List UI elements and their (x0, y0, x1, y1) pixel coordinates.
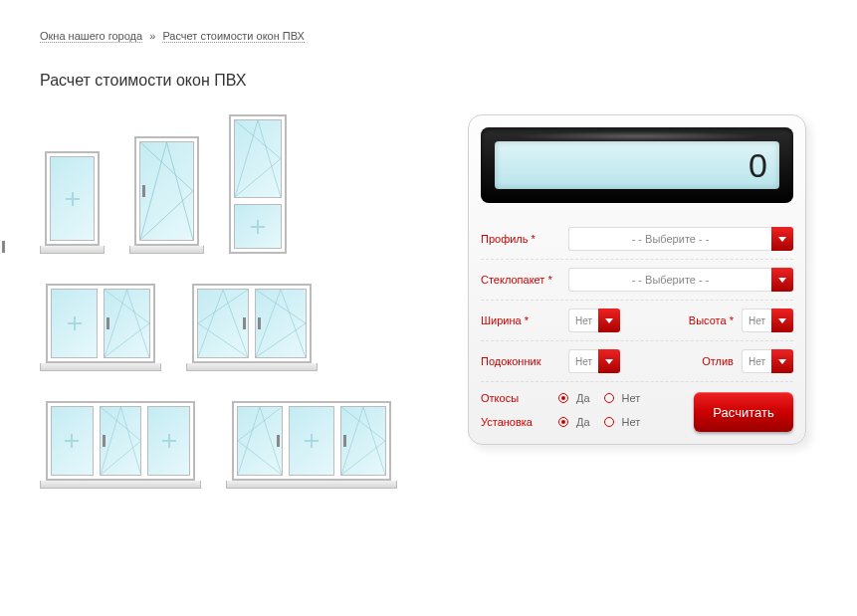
ebb-select-text: Нет (742, 349, 771, 373)
svg-line-0 (140, 142, 193, 191)
svg-line-31 (363, 407, 385, 475)
display-frame: 0 (481, 127, 793, 203)
window-type-triple-turntilt-fixed-turntilt[interactable] (226, 401, 397, 489)
chevron-down-icon[interactable] (771, 349, 793, 373)
breadcrumb-current[interactable]: Расчет стоимости окон ПВХ (162, 30, 305, 43)
breadcrumb-home[interactable]: Окна нашего города (40, 30, 142, 43)
svg-line-14 (198, 290, 223, 357)
chevron-down-icon[interactable] (598, 349, 620, 373)
ebb-select[interactable]: Нет (742, 349, 793, 373)
profile-select[interactable]: - - Выберите - - (568, 227, 793, 251)
window-type-balcony-door[interactable] (229, 114, 287, 254)
calculate-button[interactable]: Расчитать (694, 392, 793, 432)
svg-line-25 (238, 441, 282, 475)
price-display: 0 (495, 141, 779, 189)
svg-line-11 (127, 290, 150, 357)
svg-line-6 (235, 120, 258, 197)
chevron-down-icon[interactable] (771, 227, 793, 251)
glazing-label: Стеклопакет * (481, 274, 560, 286)
breadcrumb-sep: » (149, 30, 155, 42)
window-gallery (40, 114, 438, 489)
install-no-label: Нет (622, 416, 641, 428)
install-yes-label: Да (576, 416, 590, 428)
svg-line-3 (167, 142, 194, 240)
svg-line-24 (238, 407, 282, 441)
ebb-label: Отлив (702, 355, 734, 367)
svg-line-12 (198, 290, 248, 323)
svg-line-9 (105, 323, 149, 357)
window-type-double-turntilt-turntilt[interactable] (186, 284, 318, 371)
chevron-down-icon[interactable] (598, 308, 620, 332)
width-select[interactable]: Нет (568, 308, 620, 332)
window-type-double-fixed-turntilt[interactable] (40, 284, 161, 371)
svg-line-4 (235, 120, 281, 159)
profile-select-text: - - Выберите - - (568, 227, 771, 251)
svg-line-8 (105, 290, 149, 323)
install-radio-group: Установка Да Нет (481, 416, 684, 428)
svg-line-28 (341, 407, 385, 441)
slopes-radio-no[interactable] (604, 393, 614, 403)
slopes-yes-label: Да (576, 392, 590, 404)
profile-label: Профиль * (481, 233, 560, 245)
height-select-text: Нет (742, 308, 771, 332)
slopes-label: Откосы (481, 392, 550, 404)
install-label: Установка (481, 416, 550, 428)
glazing-select[interactable]: - - Выберите - - (568, 268, 793, 292)
svg-line-5 (235, 159, 281, 198)
svg-line-7 (258, 120, 281, 197)
svg-line-17 (256, 323, 306, 357)
svg-line-23 (120, 407, 140, 475)
svg-line-19 (281, 290, 306, 357)
svg-line-1 (140, 191, 193, 240)
svg-line-20 (101, 407, 141, 441)
sill-label: Подоконник (481, 355, 560, 367)
sill-select[interactable]: Нет (568, 349, 620, 373)
sill-select-text: Нет (568, 349, 598, 373)
calculator: 0 Профиль * - - Выберите - - Стеклопакет… (468, 114, 806, 445)
height-label: Высота * (689, 314, 734, 326)
page-title: Расчет стоимости окон ПВХ (40, 72, 817, 90)
svg-line-16 (256, 290, 306, 323)
slopes-radio-yes[interactable] (558, 393, 568, 403)
svg-line-26 (238, 407, 260, 475)
height-select[interactable]: Нет (742, 308, 793, 332)
install-radio-no[interactable] (604, 417, 614, 427)
window-type-single-fixed[interactable] (40, 151, 105, 254)
breadcrumb: Окна нашего города » Расчет стоимости ок… (40, 30, 817, 42)
width-label: Ширина * (481, 314, 560, 326)
window-type-single-turntilt[interactable] (129, 136, 204, 254)
width-select-text: Нет (568, 308, 598, 332)
slopes-radio-group: Откосы Да Нет (481, 392, 684, 404)
window-type-triple-fixed-turntilt-fixed[interactable] (40, 401, 201, 489)
install-radio-yes[interactable] (558, 417, 568, 427)
slopes-no-label: Нет (622, 392, 641, 404)
chevron-down-icon[interactable] (771, 308, 793, 332)
chevron-down-icon[interactable] (771, 268, 793, 292)
svg-line-29 (341, 441, 385, 475)
svg-line-21 (101, 441, 141, 475)
glazing-select-text: - - Выберите - - (568, 268, 771, 292)
svg-line-13 (198, 323, 248, 357)
